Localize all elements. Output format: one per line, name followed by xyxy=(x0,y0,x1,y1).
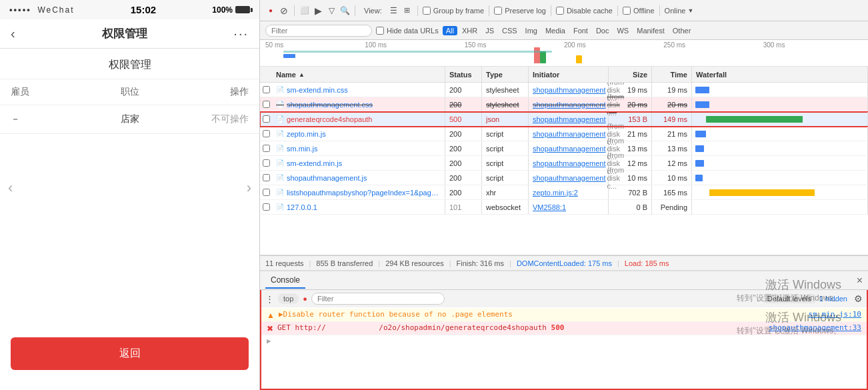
console-error-source[interactable]: shopauthmanagement:33 xyxy=(769,323,861,332)
search-button[interactable]: 🔍 xyxy=(339,5,350,16)
disable-cache-checkbox[interactable] xyxy=(556,7,564,15)
filter-type-font[interactable]: Font xyxy=(570,26,591,35)
preserve-log-checkbox[interactable] xyxy=(494,7,502,15)
disable-cache-label[interactable]: Disable cache xyxy=(556,7,613,15)
row-checkbox[interactable] xyxy=(263,86,270,93)
filter-type-manifest[interactable]: Manifest xyxy=(633,26,668,35)
filter-type-doc[interactable]: Doc xyxy=(593,26,613,35)
row-checkbox-col xyxy=(260,86,272,93)
console-context-selector[interactable]: top xyxy=(278,293,299,304)
filter-input[interactable] xyxy=(265,25,372,37)
row-checkbox[interactable] xyxy=(263,101,270,108)
row-name-link[interactable]: listshopauthmapsbyshop?pageIndex=1&page.… xyxy=(287,189,441,197)
row-name-link[interactable]: sm.min.js xyxy=(287,145,317,153)
row-name-link[interactable]: sm-extend.min.js xyxy=(287,159,342,167)
file-icon: 📄 xyxy=(276,145,284,152)
clear-button[interactable]: ⊘ xyxy=(279,5,289,16)
console-filter-input[interactable] xyxy=(311,293,445,305)
row-name-link[interactable]: shopauthmanagement.js xyxy=(287,174,367,182)
network-row[interactable]: 📄 sm.min.js 200 script shopauthmanagemen… xyxy=(260,141,868,156)
row-name-link[interactable]: generateqrcode4shopauth xyxy=(287,115,372,123)
file-icon: 📄 xyxy=(276,174,284,181)
filter-type-media[interactable]: Media xyxy=(542,26,569,35)
console-default-levels[interactable]: Default levels xyxy=(763,294,815,303)
filter-type-xhr[interactable]: XHR xyxy=(459,26,481,35)
file-icon: 📄 xyxy=(276,159,284,167)
row-name-link[interactable]: 127.0.0.1 xyxy=(287,203,317,211)
network-row[interactable]: 📄 generateqrcode4shopauth 500 json shopa… xyxy=(260,112,868,127)
row-initiator-link[interactable]: shopauthmanagement xyxy=(533,101,605,109)
row-checkbox[interactable] xyxy=(263,145,270,152)
row-type: script xyxy=(482,141,529,155)
filter-type-other[interactable]: Other xyxy=(669,26,695,35)
row-initiator-link[interactable]: shopauthmanagement xyxy=(533,174,605,182)
view-list-button[interactable]: ☰ xyxy=(389,5,399,16)
row-name: 📄 shopauthmanagement.js xyxy=(272,171,445,185)
network-row[interactable]: 📄 shopauthmanagement.js 200 script shopa… xyxy=(260,171,868,185)
cell-action: 不可操作 xyxy=(169,113,249,125)
offline-checkbox[interactable] xyxy=(623,7,631,15)
row-waterfall xyxy=(692,97,868,111)
filter-type-css[interactable]: CSS xyxy=(499,26,521,35)
filter-button[interactable]: ▽ xyxy=(326,5,337,16)
row-checkbox[interactable] xyxy=(263,203,270,211)
filter-type-ws[interactable]: WS xyxy=(613,26,632,35)
network-row[interactable]: 📄 zepto.min.js 200 script shopauthmanage… xyxy=(260,127,868,141)
row-initiator-link[interactable]: shopauthmanagement xyxy=(533,115,605,123)
view-grid-button[interactable]: ⊞ xyxy=(402,5,413,16)
hide-data-urls-label[interactable]: Hide data URLs xyxy=(376,27,439,35)
console-button[interactable]: ▶ xyxy=(313,5,323,16)
console-close-button[interactable]: × xyxy=(857,275,863,287)
record-button[interactable]: ● xyxy=(265,5,276,16)
tl-blue-bar xyxy=(283,51,552,53)
filter-type-all[interactable]: All xyxy=(443,26,457,35)
console-settings-icon[interactable]: ⚙ xyxy=(854,293,863,304)
row-checkbox[interactable] xyxy=(263,130,270,137)
prev-arrow-button[interactable]: ‹ xyxy=(3,174,18,202)
row-name-link[interactable]: zepto.min.js xyxy=(287,130,326,138)
row-name-link[interactable]: sm-extend.min.css xyxy=(287,86,348,94)
nav-more-button[interactable]: ··· xyxy=(233,26,249,41)
row-checkbox[interactable] xyxy=(263,189,270,196)
row-initiator-link[interactable]: shopauthmanagement xyxy=(533,145,605,153)
throttle-dropdown[interactable]: Online ▼ xyxy=(665,7,694,15)
filter-type-img[interactable]: Img xyxy=(522,26,541,35)
network-row[interactable]: 📄 listshopauthmapsbyshop?pageIndex=1&pag… xyxy=(260,185,868,200)
network-row[interactable]: 📄 shopauthmanagement.css 200 stylesheet … xyxy=(260,97,868,112)
row-initiator-link[interactable]: shopauthmanagement xyxy=(533,130,605,138)
row-initiator-link[interactable]: VM2588:1 xyxy=(533,203,566,211)
row-checkbox[interactable] xyxy=(263,159,270,167)
row-name-link[interactable]: shopauthmanagement.css xyxy=(287,101,373,109)
status-dcl: DOMContentLoaded: 175 ms xyxy=(517,259,612,267)
next-arrow-button[interactable]: › xyxy=(241,174,257,202)
row-checkbox[interactable] xyxy=(263,115,270,123)
tl-yellow-bar xyxy=(576,55,582,63)
group-by-frame-checkbox[interactable] xyxy=(423,7,431,15)
network-row[interactable]: 📄 127.0.0.1 101 websocket VM2588:1 0 B P… xyxy=(260,200,868,215)
group-by-frame-label[interactable]: Group by frame xyxy=(423,7,484,15)
col-status-header: Status xyxy=(445,67,482,82)
console-tab[interactable]: Console xyxy=(265,273,305,289)
back-button[interactable]: 返回 xyxy=(11,337,249,370)
network-row[interactable]: 📄 sm-extend.min.js 200 script shopauthma… xyxy=(260,156,868,171)
row-checkbox[interactable] xyxy=(263,174,270,181)
network-row[interactable]: 📄 sm-extend.min.css 200 stylesheet shopa… xyxy=(260,83,868,97)
console-menu-icon[interactable]: ⋮ xyxy=(265,294,274,304)
offline-label[interactable]: Offline xyxy=(623,7,655,15)
row-initiator-link[interactable]: shopauthmanagement xyxy=(533,86,605,94)
row-initiator-link[interactable]: zepto.min.js:2 xyxy=(533,189,578,197)
hide-data-urls-checkbox[interactable] xyxy=(376,27,384,35)
row-waterfall xyxy=(692,127,868,141)
preserve-log-label[interactable]: Preserve log xyxy=(494,7,546,15)
row-checkbox-col xyxy=(260,130,272,137)
filter-type-js[interactable]: JS xyxy=(482,26,497,35)
row-checkbox-col xyxy=(260,159,272,167)
col-initiator-header: Initiator xyxy=(529,67,609,82)
nav-back-button[interactable]: ‹ xyxy=(11,26,15,41)
row-initiator-link[interactable]: shopauthmanagement xyxy=(533,159,605,167)
timeline-ruler: 50 ms 100 ms 150 ms 200 ms 250 ms 300 ms xyxy=(260,40,868,49)
console-hidden-count[interactable]: 1 hidden xyxy=(819,295,847,303)
console-error-text: GET http:// /o2o/shopadmin/generateqrcod… xyxy=(277,323,765,332)
console-warning-source[interactable]: sm.min.js:10 xyxy=(809,310,861,319)
inspect-button[interactable]: ⬜ xyxy=(299,5,310,16)
